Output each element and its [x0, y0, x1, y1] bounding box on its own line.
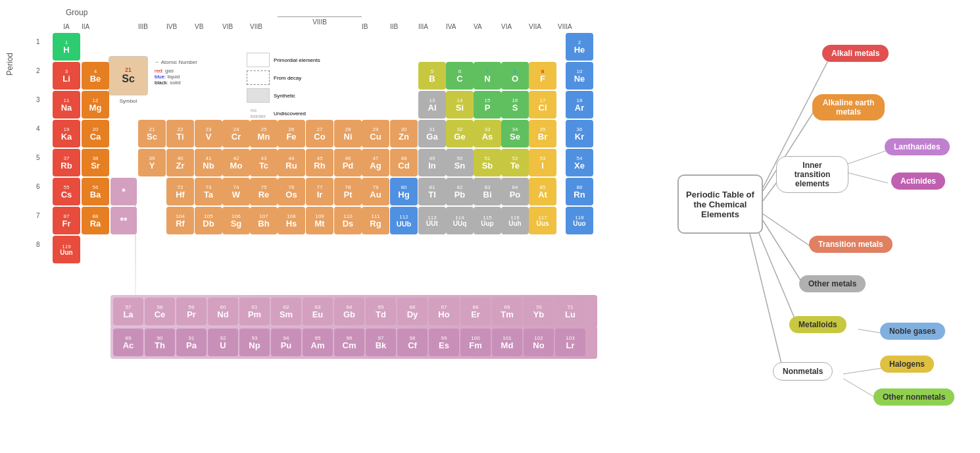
element-actinide-ref[interactable]: **: [110, 207, 137, 234]
element-Ti[interactable]: 22Ti: [166, 120, 194, 147]
element-Bk[interactable]: 97Bk: [366, 329, 396, 356]
element-Se[interactable]: 34Se: [501, 120, 529, 147]
mindmap-inner-transition-elements[interactable]: Inner transition elements: [776, 156, 848, 193]
element-Am[interactable]: 95Am: [303, 329, 333, 356]
element-Rg[interactable]: 111Rg: [362, 207, 389, 234]
element-Sm[interactable]: 62Sm: [271, 298, 301, 325]
element-UUb[interactable]: 112UUb: [390, 207, 418, 234]
element-UUq[interactable]: 114UUq: [446, 207, 474, 234]
element-Tm[interactable]: 69Tm: [492, 298, 522, 325]
element-No[interactable]: 102No: [524, 329, 554, 356]
element-Ir[interactable]: 77Ir: [306, 178, 333, 205]
element-B[interactable]: 5B: [418, 62, 446, 90]
element-W[interactable]: 74W: [222, 178, 250, 205]
element-Hf[interactable]: 72Hf: [166, 178, 194, 205]
element-Fr[interactable]: 87Fr: [53, 207, 80, 234]
element-Os[interactable]: 76Os: [278, 178, 305, 205]
element-Bh[interactable]: 107Bh: [250, 207, 278, 234]
element-Na[interactable]: 11Na: [53, 91, 80, 119]
element-At[interactable]: 85At: [529, 178, 556, 205]
element-Be[interactable]: 4Be: [82, 62, 109, 90]
element-Cd[interactable]: 48Cd: [390, 149, 418, 176]
element-Ar[interactable]: 18Ar: [566, 91, 593, 119]
element-Uuh[interactable]: 116Uuh: [501, 207, 529, 234]
element-Fm[interactable]: 100Fm: [460, 329, 491, 356]
element-Uun[interactable]: 119Uun: [53, 236, 80, 263]
element-Nd[interactable]: 60Nd: [208, 298, 238, 325]
element-Al[interactable]: 13Al: [418, 91, 446, 119]
mindmap-other-nonmetals[interactable]: Other nonmetals: [873, 388, 954, 406]
element-He[interactable]: 2 He: [566, 33, 593, 61]
element-Li[interactable]: 3Li: [53, 62, 80, 90]
element-Gb[interactable]: 64Gb: [334, 298, 364, 325]
element-Ka[interactable]: 19Ka: [53, 120, 80, 147]
element-Ac[interactable]: 89Ac: [113, 329, 143, 356]
element-C[interactable]: 6C: [446, 62, 474, 90]
element-Zr[interactable]: 40Zr: [166, 149, 194, 176]
element-S[interactable]: 16S: [501, 91, 529, 119]
element-In[interactable]: 49In: [418, 149, 446, 176]
element-Uuo[interactable]: 118Uuo: [566, 207, 593, 234]
element-Au[interactable]: 79Au: [362, 178, 389, 205]
element-Tc[interactable]: 43Tc: [250, 149, 278, 176]
element-Sb[interactable]: 51Sb: [474, 149, 501, 176]
mindmap-other-metals[interactable]: Other metals: [799, 275, 866, 292]
element-N[interactable]: 7N: [474, 62, 501, 90]
element-Uup[interactable]: 115Uup: [474, 207, 501, 234]
element-Th[interactable]: 90Th: [145, 329, 175, 356]
element-Rb[interactable]: 37Rb: [53, 149, 80, 176]
element-Mg[interactable]: 12Mg: [82, 91, 109, 119]
element-Cm[interactable]: 96Cm: [334, 329, 364, 356]
element-Ne[interactable]: 10Ne: [566, 62, 593, 90]
element-Rh[interactable]: 45Rh: [306, 149, 333, 176]
mindmap-alkaline-earth-metals[interactable]: Alkaline earth metals: [812, 94, 885, 120]
element-Mo[interactable]: 42Mo: [222, 149, 250, 176]
mindmap-transition-metals[interactable]: Transition metals: [809, 236, 893, 253]
element-Kr[interactable]: 36Kr: [566, 120, 593, 147]
element-Ta[interactable]: 73Ta: [195, 178, 222, 205]
element-Cu[interactable]: 29Cu: [362, 120, 389, 147]
element-Rf[interactable]: 104Rf: [166, 207, 194, 234]
mindmap-nonmetals[interactable]: Nonmetals: [773, 362, 833, 381]
element-Si[interactable]: 14Si: [446, 91, 474, 119]
element-As[interactable]: 33As: [474, 120, 501, 147]
element-Bi[interactable]: 83Bi: [474, 178, 501, 205]
element-Zn[interactable]: 30Zn: [390, 120, 418, 147]
element-Ba[interactable]: 56Ba: [82, 178, 109, 205]
element-Re[interactable]: 75Re: [250, 178, 278, 205]
element-Td[interactable]: 65Td: [366, 298, 396, 325]
element-Cl[interactable]: 17Cl: [529, 91, 556, 119]
mindmap-metalloids[interactable]: Metalloids: [789, 316, 846, 333]
element-O[interactable]: 8O: [501, 62, 529, 90]
mindmap-alkali-metals[interactable]: Alkali metals: [822, 45, 889, 62]
element-Pu[interactable]: 94Pu: [271, 329, 301, 356]
element-Br[interactable]: 35Br: [529, 120, 556, 147]
element-Pb[interactable]: 82Pb: [446, 178, 474, 205]
element-Uus[interactable]: 117Uus: [529, 207, 556, 234]
element-Lu[interactable]: 71Lu: [555, 298, 585, 325]
element-Db[interactable]: 105Db: [195, 207, 222, 234]
element-Sc[interactable]: 21Sc: [138, 120, 166, 147]
element-Er[interactable]: 68Er: [460, 298, 491, 325]
element-Y[interactable]: 39Y: [138, 149, 166, 176]
element-Mn[interactable]: 25Mn: [250, 120, 278, 147]
element-Yb[interactable]: 70Yb: [524, 298, 554, 325]
element-Sg[interactable]: 106Sg: [222, 207, 250, 234]
element-Tl[interactable]: 81Tl: [418, 178, 446, 205]
element-lanthanide-ref[interactable]: *: [110, 178, 137, 205]
element-Te[interactable]: 52Te: [501, 149, 529, 176]
element-Cf[interactable]: 98Cf: [397, 329, 428, 356]
element-Lr[interactable]: 103Lr: [555, 329, 585, 356]
element-Nb[interactable]: 41Nb: [195, 149, 222, 176]
element-Pm[interactable]: 61Pm: [239, 298, 270, 325]
element-Pt[interactable]: 78Pt: [334, 178, 362, 205]
element-Ca[interactable]: 20Ca: [82, 120, 109, 147]
element-Ho[interactable]: 67Ho: [429, 298, 459, 325]
element-Co[interactable]: 27Co: [306, 120, 333, 147]
element-Ra[interactable]: 88Ra: [82, 207, 109, 234]
element-Ga[interactable]: 31Ga: [418, 120, 446, 147]
element-Ag[interactable]: 47Ag: [362, 149, 389, 176]
mindmap-actinides[interactable]: Actinides: [891, 173, 945, 190]
element-Ds[interactable]: 110Ds: [334, 207, 362, 234]
element-UUt[interactable]: 113UUt: [418, 207, 446, 234]
